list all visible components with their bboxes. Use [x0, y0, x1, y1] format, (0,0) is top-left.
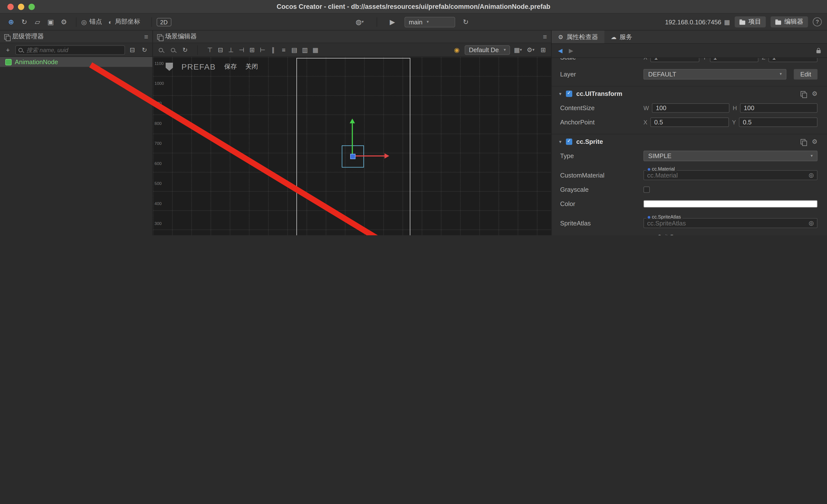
- camera-preview-icon[interactable]: ▦▾: [513, 45, 523, 55]
- maximize-window-button[interactable]: [29, 4, 35, 10]
- refresh-icon[interactable]: ↻: [140, 45, 149, 55]
- anchor-button[interactable]: ◎ 锚点: [81, 17, 102, 26]
- view-config-select[interactable]: Default De... ▾: [465, 45, 510, 55]
- help-button[interactable]: ?: [813, 17, 822, 26]
- axis-h-label: H: [733, 105, 737, 111]
- zoom-in-icon[interactable]: [156, 45, 166, 55]
- rotate-tool-icon[interactable]: ↻: [18, 16, 30, 27]
- section-sprite[interactable]: ▾ cc.Sprite ⚙: [551, 134, 827, 149]
- search-icon: [18, 48, 22, 52]
- hierarchy-node-animationnode[interactable]: AnimationNode: [0, 57, 152, 67]
- maximize-viewport-icon[interactable]: ⊞: [539, 45, 548, 55]
- history-back-icon[interactable]: ◀: [558, 47, 563, 54]
- distribute-horizontal-icon[interactable]: ∥: [269, 45, 278, 55]
- inspector-body: Scale X 1 Y 1 Z 1 Layer DEFAULT ▾: [551, 58, 827, 235]
- component-settings-icon[interactable]: ⚙: [812, 138, 817, 145]
- gizmo-origin-handle[interactable]: [350, 154, 355, 159]
- ruler-label: 1000: [155, 81, 164, 86]
- prefab-close-button[interactable]: 关闭: [245, 62, 258, 71]
- copy-component-icon[interactable]: [801, 139, 805, 144]
- color-swatch[interactable]: [643, 200, 817, 207]
- history-forward-icon[interactable]: ▶: [569, 47, 573, 54]
- ruler-label: 400: [155, 201, 162, 206]
- scale-y-input[interactable]: 1: [710, 58, 759, 62]
- hierarchy-menu-icon[interactable]: ≡: [144, 33, 148, 41]
- sprite-title: cc.Sprite: [576, 138, 603, 145]
- sprite-enabled-checkbox[interactable]: [566, 138, 572, 145]
- toolbar-center: ◍▾ ▶ main ▾ ↻: [354, 16, 473, 27]
- sprite-type-row: Type SIMPLE ▾: [551, 149, 827, 163]
- gizmo-light-icon[interactable]: ◉: [452, 45, 461, 55]
- scene-viewport[interactable]: 11001000900800700600500400300200 -700-60…: [153, 57, 551, 235]
- sprite-atlas-label: SpriteAtlas: [560, 220, 644, 227]
- layer-row: Layer DEFAULT ▾ Edit: [551, 67, 827, 81]
- layer-edit-button[interactable]: Edit: [794, 69, 818, 79]
- scene-select[interactable]: main ▾: [405, 17, 455, 27]
- contentsize-h-input[interactable]: 100: [740, 103, 818, 113]
- cocos-creator-window: Cocos Creator - client - db://assets/res…: [0, 0, 827, 235]
- scale-tool-icon[interactable]: ▱: [32, 16, 43, 27]
- grayscale-checkbox[interactable]: [643, 186, 650, 193]
- contentsize-w-input[interactable]: 100: [652, 103, 730, 113]
- hierarchy-node-label: AnimationNode: [15, 58, 58, 66]
- sprite-type-select[interactable]: SIMPLE ▾: [643, 151, 817, 161]
- chevron-down-icon[interactable]: ▾: [559, 91, 562, 96]
- stretch-horizontal-icon[interactable]: ▤: [289, 45, 299, 55]
- preview-target-icon[interactable]: ◍▾: [354, 16, 366, 27]
- ruler-label: 600: [155, 161, 162, 166]
- sprite-type-label: Type: [560, 152, 644, 159]
- align-top-icon[interactable]: ⊤: [205, 45, 215, 55]
- scene-settings-icon[interactable]: ⚙▾: [526, 45, 535, 55]
- gizmo-settings-icon[interactable]: ⚙: [58, 16, 70, 27]
- move-tool-icon[interactable]: ⊕: [5, 16, 17, 27]
- gizmo-x-axis[interactable]: [353, 155, 385, 156]
- tab-service[interactable]: ☁ 服务: [604, 31, 638, 43]
- anchorpoint-x-input[interactable]: 0.5: [650, 117, 729, 127]
- stretch-both-icon[interactable]: ▦: [310, 45, 320, 55]
- prefab-save-button[interactable]: 保存: [224, 62, 237, 71]
- qr-code-icon[interactable]: ▦: [724, 18, 730, 25]
- zoom-out-icon[interactable]: [168, 45, 178, 55]
- scene-menu-icon[interactable]: ≡: [543, 33, 547, 41]
- component-settings-icon[interactable]: ⚙: [812, 90, 817, 97]
- section-uitransform[interactable]: ▾ cc.UITransform ⚙: [551, 86, 827, 101]
- distribute-vertical-icon[interactable]: ≡: [279, 45, 289, 55]
- copy-component-icon[interactable]: [801, 91, 805, 96]
- scale-z-input[interactable]: 1: [768, 58, 817, 62]
- local-coords-button[interactable]: ◐ 局部坐标: [108, 17, 140, 26]
- custom-material-placeholder: cc.Material: [647, 172, 678, 179]
- chevron-down-icon[interactable]: ▾: [559, 139, 562, 144]
- mode-2d-toggle[interactable]: 2D: [156, 18, 171, 26]
- tab-inspector[interactable]: ⚙ 属性检查器: [551, 31, 604, 43]
- align-left-icon[interactable]: ⊣: [237, 45, 246, 55]
- align-middle-icon[interactable]: ⊟: [215, 45, 225, 55]
- align-bottom-icon[interactable]: ⊥: [226, 45, 236, 55]
- asset-picker-icon[interactable]: ◎: [809, 220, 814, 227]
- play-button[interactable]: ▶: [387, 16, 398, 27]
- hierarchy-search[interactable]: [15, 45, 125, 55]
- collapse-all-icon[interactable]: ⊟: [128, 45, 137, 55]
- lock-inspector-icon[interactable]: [816, 50, 821, 53]
- create-node-button[interactable]: +: [3, 45, 13, 55]
- rect-tool-icon[interactable]: ▣: [45, 16, 56, 27]
- sprite-type-value: SIMPLE: [648, 152, 672, 159]
- minimize-window-button[interactable]: [18, 4, 25, 10]
- stretch-vertical-icon[interactable]: ▥: [300, 45, 310, 55]
- align-center-icon[interactable]: ⊞: [247, 45, 257, 55]
- refresh-icon[interactable]: ↻: [460, 16, 472, 27]
- scene-editor-tab[interactable]: 场景编辑器: [165, 32, 197, 41]
- hierarchy-search-input[interactable]: [26, 46, 122, 54]
- gizmo-y-axis[interactable]: [352, 123, 353, 156]
- uitransform-enabled-checkbox[interactable]: [566, 91, 572, 97]
- scale-x-input[interactable]: 1: [650, 58, 699, 62]
- close-window-button[interactable]: [7, 4, 14, 10]
- layer-select[interactable]: DEFAULT ▾: [643, 69, 786, 79]
- align-right-icon[interactable]: ⊢: [258, 45, 267, 55]
- sprite-atlas-placeholder: cc.SpriteAtlas: [647, 220, 686, 227]
- asset-picker-icon[interactable]: ◎: [809, 172, 814, 179]
- open-editor-button[interactable]: 编辑器: [771, 16, 808, 27]
- reset-view-icon[interactable]: ↻: [181, 45, 190, 55]
- ruler-label: 1100: [155, 61, 164, 66]
- open-project-button[interactable]: 项目: [735, 16, 766, 27]
- anchorpoint-y-input[interactable]: 0.5: [739, 117, 818, 127]
